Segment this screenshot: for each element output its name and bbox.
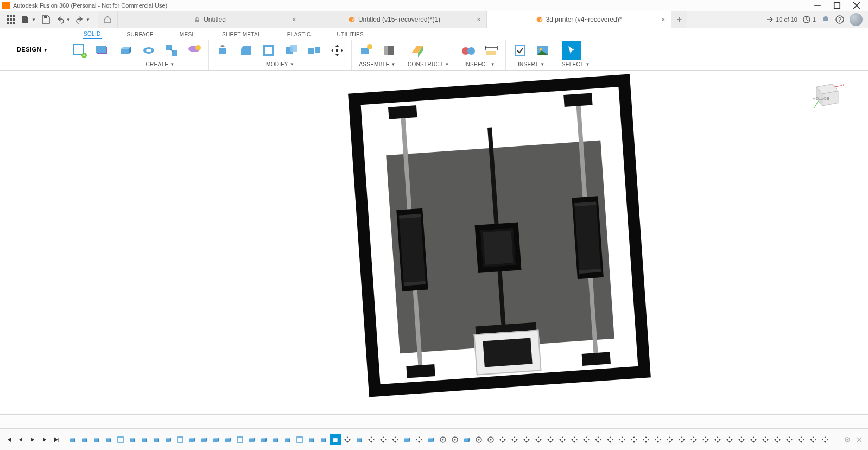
subtab-solid[interactable]: SOLID [83,30,102,39]
fillet-icon[interactable] [236,41,256,60]
new-component-icon[interactable] [356,41,376,60]
construct-plane-icon[interactable] [408,41,427,60]
construct-group-label[interactable]: CONSTRUCT▼ [408,60,449,68]
timeline-feature[interactable] [235,434,245,445]
timeline-feature[interactable] [318,434,329,445]
timeline-feature[interactable] [569,434,580,445]
timeline-feature[interactable] [629,434,639,445]
timeline-feature[interactable] [545,434,556,445]
timeline-feature[interactable] [378,434,389,445]
insert-decal-icon[interactable] [533,41,553,60]
timeline-feature[interactable] [175,434,186,445]
timeline-end-button[interactable] [52,435,61,444]
timeline-feature[interactable] [139,434,150,445]
close-tab-icon[interactable]: × [661,15,666,24]
shell-icon[interactable] [259,41,278,60]
timeline-feature[interactable] [211,434,221,445]
save-button[interactable] [38,12,53,27]
close-button[interactable] [853,2,860,9]
timeline-feature[interactable] [342,434,353,445]
subtab-plastic[interactable]: PLASTIC [286,30,312,39]
timeline-next-button[interactable] [40,435,49,444]
document-tab-1[interactable]: Untitled (v15~recovered)*(1) × [302,11,486,28]
select-tool-icon[interactable] [562,41,581,60]
timeline-feature[interactable] [485,434,496,445]
timeline-feature[interactable] [414,434,425,445]
timeline-feature[interactable] [163,434,174,445]
user-avatar[interactable] [850,13,863,26]
timeline-feature[interactable] [103,434,114,445]
timeline-feature[interactable] [438,434,448,445]
viewport[interactable]: BOTTOM X [0,71,868,413]
timeline-feature[interactable] [473,434,484,445]
timeline-feature[interactable] [402,434,413,445]
create-group-label[interactable]: CREATE▼ [116,60,204,68]
timeline-feature[interactable] [449,434,460,445]
timeline-feature[interactable] [533,434,544,445]
timeline-feature[interactable] [115,434,126,445]
timeline-feature[interactable] [246,434,257,445]
redo-button[interactable]: ▼ [73,12,92,27]
document-tab-2[interactable]: 3d printer (v4~recovered)* × [486,11,671,28]
inspect-group-label[interactable]: INSPECT▼ [459,60,501,68]
timeline-feature[interactable] [808,434,819,445]
timeline-feature[interactable] [760,434,771,445]
dimension-icon[interactable] [481,41,501,60]
timeline-feature[interactable] [354,434,365,445]
view-cube[interactable]: BOTTOM X [809,77,844,112]
timeline-more-icon[interactable] [855,435,864,444]
workspace-switcher[interactable]: DESIGN ▼ [0,28,65,70]
timeline-feature[interactable] [784,434,795,445]
maximize-button[interactable] [833,2,841,9]
minimize-button[interactable] [814,2,821,9]
subtab-sheetmetal[interactable]: SHEET METAL [221,30,262,39]
timeline-prev-button[interactable] [16,435,25,444]
timeline-feature[interactable] [79,434,90,445]
timeline-feature[interactable] [652,434,663,445]
timeline-feature[interactable] [270,434,281,445]
combine-icon[interactable] [282,41,301,60]
timeline-feature[interactable] [461,434,472,445]
subtab-surface[interactable]: SURFACE [126,30,155,39]
close-tab-icon[interactable]: × [292,15,296,24]
timeline-feature[interactable] [366,434,377,445]
data-panel-button[interactable] [3,12,18,27]
measure-icon[interactable] [459,41,478,60]
subtab-mesh[interactable]: MESH [179,30,197,39]
revolve-icon[interactable] [139,41,159,60]
timeline-feature[interactable] [258,434,269,445]
timeline-feature[interactable] [187,434,198,445]
timeline-feature[interactable] [700,434,711,445]
update-status[interactable]: 1 [803,16,816,23]
model-3d-printer[interactable] [348,74,651,397]
sweep-icon[interactable] [162,41,181,60]
job-status[interactable]: 10 of 10 [766,16,797,23]
file-menu-button[interactable]: ▼ [18,12,38,27]
insert-group-label[interactable]: INSERT▼ [510,60,553,68]
assemble-group-label[interactable]: ASSEMBLE▼ [356,60,398,68]
timeline-feature[interactable] [223,434,233,445]
timeline-feature[interactable] [509,434,520,445]
timeline-feature[interactable] [557,434,568,445]
timeline-feature[interactable] [521,434,532,445]
timeline-feature[interactable] [676,434,687,445]
timeline-feature[interactable] [127,434,138,445]
timeline-feature[interactable] [151,434,162,445]
split-icon[interactable] [305,41,324,60]
select-group-label[interactable]: SELECT▼ [562,60,590,68]
timeline-feature[interactable] [748,434,759,445]
timeline-start-button[interactable] [4,435,13,444]
create-sketch-icon[interactable]: + [69,41,89,60]
timeline-feature[interactable] [641,434,651,445]
timeline-feature[interactable] [497,434,508,445]
document-tab-0[interactable]: Untitled × [117,11,302,28]
timeline-feature[interactable] [820,434,831,445]
close-tab-icon[interactable]: × [477,15,481,24]
modify-group-label[interactable]: MODIFY▼ [213,60,347,68]
timeline-feature[interactable] [712,434,723,445]
timeline-feature[interactable] [772,434,783,445]
timeline-feature[interactable] [724,434,735,445]
timeline-feature[interactable] [330,434,341,445]
timeline-settings-icon[interactable] [843,435,852,444]
extrude-icon[interactable] [116,41,136,60]
